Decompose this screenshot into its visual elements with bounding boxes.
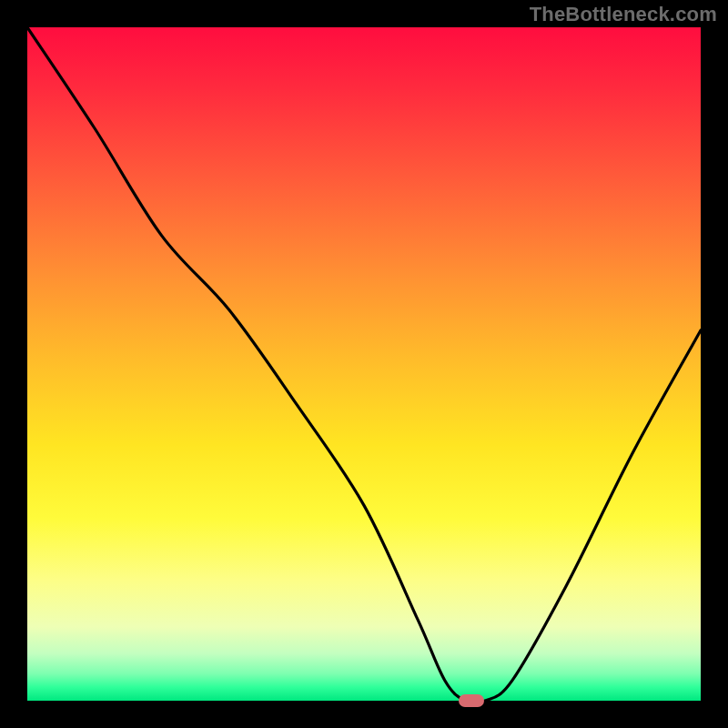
- optimum-marker: [459, 694, 484, 707]
- bottleneck-curve: [27, 27, 701, 701]
- watermark-text: TheBottleneck.com: [530, 3, 717, 26]
- chart-frame: TheBottleneck.com: [0, 0, 728, 728]
- curve-path: [27, 27, 701, 701]
- plot-area: [27, 27, 701, 701]
